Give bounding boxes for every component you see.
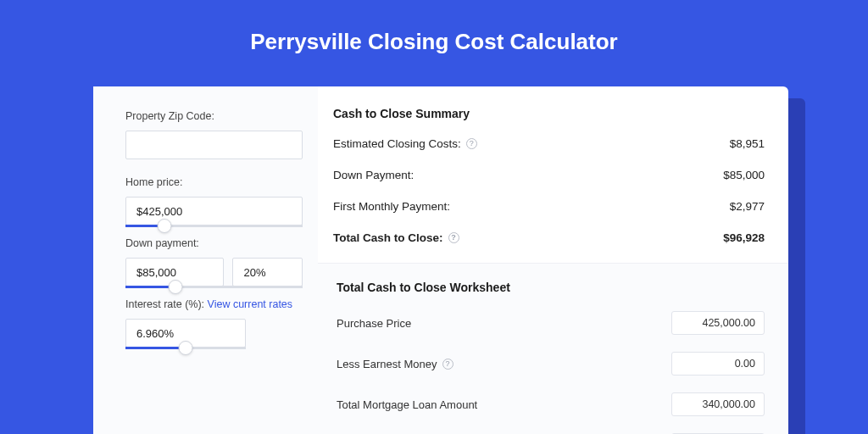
summary-row-first-payment: First Monthly Payment: $2,977 xyxy=(333,200,765,213)
home-price-label: Home price: xyxy=(125,176,303,188)
worksheet-label: Total Mortgage Loan Amount xyxy=(337,398,477,411)
worksheet-row-loan-amount: Total Mortgage Loan Amount xyxy=(337,392,765,416)
help-icon[interactable]: ? xyxy=(442,359,453,370)
summary-row-down-payment: Down Payment: $85,000 xyxy=(333,169,765,181)
worksheet-title: Total Cash to Close Worksheet xyxy=(337,281,765,294)
worksheet-label: Less Earnest Money xyxy=(337,358,437,370)
slider-thumb[interactable] xyxy=(168,280,182,294)
zip-label: Property Zip Code: xyxy=(125,110,303,122)
interest-slider[interactable] xyxy=(125,347,246,349)
home-price-slider[interactable] xyxy=(125,225,303,227)
summary-label: Estimated Closing Costs: xyxy=(333,137,461,150)
worksheet-row-purchase-price: Purchase Price xyxy=(337,311,765,335)
worksheet-label: Purchase Price xyxy=(337,317,411,330)
worksheet-input[interactable] xyxy=(671,352,765,376)
summary-total-value: $96,928 xyxy=(723,231,765,244)
view-rates-link[interactable]: View current rates xyxy=(208,298,293,310)
summary-row-total: Total Cash to Close: ? $96,928 xyxy=(333,231,765,244)
summary-value: $85,000 xyxy=(723,169,765,181)
summary-title: Cash to Close Summary xyxy=(333,107,765,120)
summary-value: $8,951 xyxy=(730,137,765,150)
home-price-input[interactable] xyxy=(125,197,303,225)
summary-label: Down Payment: xyxy=(333,169,414,181)
down-payment-pct-input[interactable] xyxy=(232,258,303,287)
summary-total-label: Total Cash to Close: xyxy=(333,231,443,244)
help-icon[interactable]: ? xyxy=(448,232,459,243)
worksheet-input[interactable] xyxy=(671,311,765,335)
page-title: Perrysville Closing Cost Calculator xyxy=(0,0,868,79)
down-payment-label: Down payment: xyxy=(125,237,303,249)
summary-label: First Monthly Payment: xyxy=(333,200,450,213)
worksheet-row-earnest-money: Less Earnest Money ? xyxy=(337,352,765,376)
summary-row-closing-costs: Estimated Closing Costs: ? $8,951 xyxy=(333,137,765,150)
down-payment-slider[interactable] xyxy=(125,286,303,288)
worksheet-panel: Total Cash to Close Worksheet Purchase P… xyxy=(318,263,788,434)
slider-thumb[interactable] xyxy=(179,341,193,355)
worksheet-input[interactable] xyxy=(671,392,765,416)
zip-input[interactable] xyxy=(125,131,303,159)
summary-value: $2,977 xyxy=(730,200,765,213)
inputs-panel: Property Zip Code: Home price: Down paym… xyxy=(93,86,318,434)
help-icon[interactable]: ? xyxy=(466,138,477,149)
results-panel: Cash to Close Summary Estimated Closing … xyxy=(318,86,788,434)
calculator-card: Property Zip Code: Home price: Down paym… xyxy=(93,86,788,434)
slider-thumb[interactable] xyxy=(157,219,171,233)
interest-label: Interest rate (%): View current rates xyxy=(125,298,303,310)
